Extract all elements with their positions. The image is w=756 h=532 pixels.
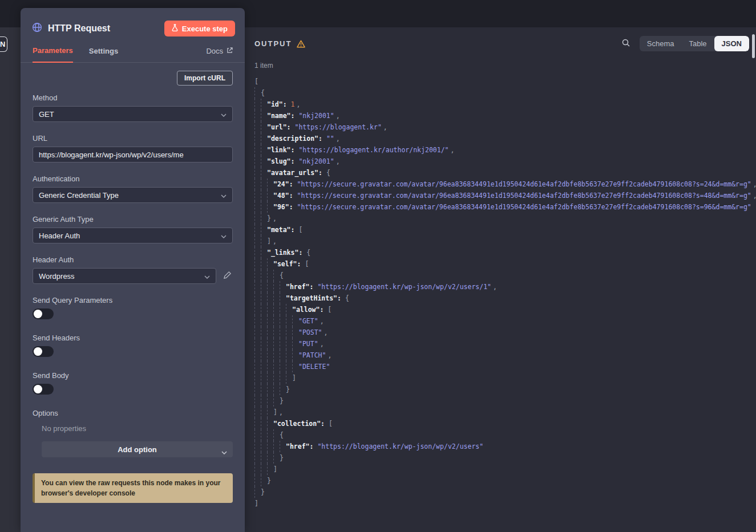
json-line: "url": "https://blogagent.kr", <box>254 121 756 133</box>
generic-auth-type-select[interactable]: Header Auth <box>33 228 233 243</box>
json-line: "PATCH", <box>254 350 756 361</box>
header-auth-label: Header Auth <box>33 255 233 264</box>
tab-table[interactable]: Table <box>682 36 714 51</box>
send-headers-label: Send Headers <box>33 334 233 342</box>
chevron-down-icon <box>221 448 227 456</box>
field-send-headers: Send Headers <box>33 334 233 359</box>
json-line: "collection": [ <box>254 418 756 429</box>
chevron-down-icon <box>204 272 210 281</box>
input-panel-json-tab-clipped[interactable]: N <box>0 36 7 52</box>
json-line: "96": "https://secure.gravatar.com/avata… <box>254 201 756 213</box>
json-line: { <box>254 87 756 99</box>
chevron-down-icon <box>221 191 227 200</box>
json-line: "self": [ <box>254 258 756 270</box>
authentication-value: Generic Credential Type <box>39 191 221 200</box>
json-line: ] <box>254 372 756 384</box>
json-line: "link": "https://blogagent.kr/author/nkj… <box>254 144 756 156</box>
add-option-button[interactable]: Add option <box>42 441 233 457</box>
json-line: [ <box>254 76 756 87</box>
raw-requests-notice: You can view the raw requests this node … <box>33 473 233 503</box>
json-line: "allow": [ <box>254 304 756 315</box>
field-options: Options No properties Add option <box>33 409 233 457</box>
clipped-tab-label: N <box>0 40 5 48</box>
node-title: HTTP Request <box>48 23 164 34</box>
json-line: ], <box>254 235 756 247</box>
execute-step-button[interactable]: Execute step <box>164 21 235 36</box>
json-line: "avatar_urls": { <box>254 167 756 178</box>
field-send-query-parameters: Send Query Parameters <box>33 296 233 322</box>
node-panel-header: HTTP Request Execute step <box>21 8 245 36</box>
chevron-down-icon <box>221 110 227 119</box>
field-header-auth: Header Auth Wordpress <box>33 255 233 284</box>
url-value: https://blogagent.kr/wp-json/wp/v2/users… <box>39 151 184 159</box>
output-header: OUTPUT Schema Table JSON <box>245 27 756 51</box>
json-line: "PUT", <box>254 338 756 350</box>
json-line: "24": "https://secure.gravatar.com/avata… <box>254 178 756 190</box>
send-query-parameters-toggle[interactable] <box>33 308 54 319</box>
import-curl-row: Import cURL <box>33 71 233 86</box>
authentication-label: Authentication <box>33 174 233 183</box>
tab-json[interactable]: JSON <box>714 36 749 51</box>
json-line: { <box>254 270 756 281</box>
toggle-knob <box>34 347 42 356</box>
options-empty-text: No properties <box>42 424 233 433</box>
pencil-icon <box>223 271 232 281</box>
n8n-node-detail-view: { "node_panel": { "title": "HTTP Request… <box>0 0 756 532</box>
parameters-form: Import cURL Method GET URL https://bloga… <box>21 63 245 503</box>
tab-schema[interactable]: Schema <box>640 36 682 51</box>
output-panel: OUTPUT Schema Table JSON 1 item [{"id": … <box>245 27 756 532</box>
json-line: "description": "", <box>254 133 756 144</box>
json-line: { <box>254 429 756 441</box>
url-label: URL <box>33 134 233 143</box>
items-count: 1 item <box>245 51 756 70</box>
docs-link[interactable]: Docs <box>206 47 233 62</box>
execute-step-label: Execute step <box>182 25 228 33</box>
json-line: } <box>254 486 756 498</box>
json-line: "GET", <box>254 315 756 327</box>
json-line: "meta": [ <box>254 224 756 235</box>
node-panel-tabs: Parameters Settings Docs <box>21 46 245 63</box>
method-select[interactable]: GET <box>33 106 233 122</box>
json-line: "slug": "nkj2001", <box>254 156 756 167</box>
send-headers-toggle[interactable] <box>33 346 54 357</box>
field-url: URL https://blogagent.kr/wp-json/wp/v2/u… <box>33 134 233 163</box>
json-line: "POST", <box>254 327 756 338</box>
json-line: ] <box>254 498 756 509</box>
json-output-viewer: [{"id": 1,"name": "nkj2001","url": "http… <box>245 70 756 509</box>
url-input[interactable]: https://blogagent.kr/wp-json/wp/v2/users… <box>33 147 233 163</box>
json-line: ] <box>254 464 756 475</box>
json-line: }, <box>254 213 756 224</box>
external-link-icon <box>227 47 233 55</box>
tab-parameters[interactable]: Parameters <box>33 46 73 63</box>
options-label: Options <box>33 409 233 417</box>
edit-credential-button[interactable] <box>222 270 233 282</box>
header-auth-credential-select[interactable]: Wordpress <box>33 268 216 284</box>
json-line: } <box>254 384 756 395</box>
output-view-switcher: Schema Table JSON <box>640 36 749 51</box>
search-button[interactable] <box>621 38 630 49</box>
toggle-knob <box>34 310 42 318</box>
json-line: "id": 1, <box>254 99 756 110</box>
json-line: "DELETE" <box>254 361 756 372</box>
json-line: "href": "https://blogagent.kr/wp-json/wp… <box>254 281 756 293</box>
generic-auth-type-label: Generic Auth Type <box>33 215 233 224</box>
tab-settings[interactable]: Settings <box>89 47 118 62</box>
chevron-down-icon <box>221 232 227 240</box>
authentication-select[interactable]: Generic Credential Type <box>33 187 233 203</box>
field-authentication: Authentication Generic Credential Type <box>33 174 233 203</box>
scrollbar-thumb[interactable] <box>752 34 755 58</box>
warning-triangle-icon <box>297 40 305 48</box>
field-method: Method GET <box>33 94 233 122</box>
send-body-toggle[interactable] <box>33 384 54 395</box>
send-body-label: Send Body <box>33 371 233 380</box>
json-line: "name": "nkj2001", <box>254 110 756 121</box>
json-line: ], <box>254 407 756 418</box>
header-auth-value: Wordpress <box>39 272 204 281</box>
field-send-body: Send Body <box>33 371 233 397</box>
json-line: "_links": { <box>254 247 756 258</box>
json-line: } <box>254 452 756 464</box>
json-line: "href": "https://blogagent.kr/wp-json/wp… <box>254 441 756 452</box>
import-curl-button[interactable]: Import cURL <box>177 71 233 86</box>
http-request-node-panel: HTTP Request Execute step Parameters Set… <box>21 8 245 532</box>
docs-link-label: Docs <box>206 47 223 55</box>
